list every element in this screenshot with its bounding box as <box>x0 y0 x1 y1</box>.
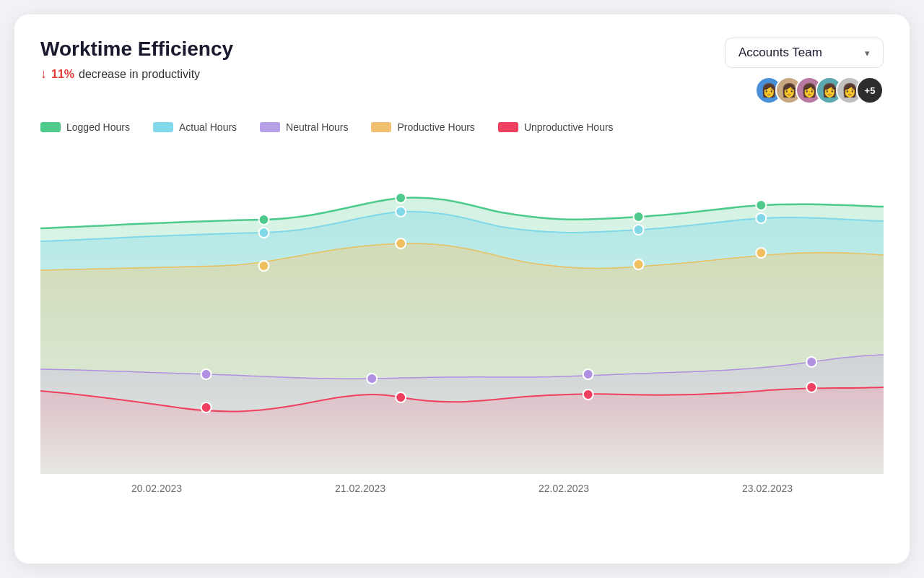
legend-item-4: Unproductive Hours <box>498 121 614 133</box>
actual-dot-3 <box>634 225 644 235</box>
neutral-dot-3 <box>583 369 593 379</box>
legend-color-4 <box>498 122 518 132</box>
x-label-2: 22.02.2023 <box>539 483 589 494</box>
legend-label-0: Logged Hours <box>66 121 130 133</box>
legend-color-3 <box>371 122 391 132</box>
right-controls: Accounts Team ▾ 👩👩👩👩👩+5 <box>725 38 884 104</box>
logged-dot-2 <box>396 193 406 203</box>
chevron-down-icon: ▾ <box>865 48 870 59</box>
avatar-more: +5 <box>856 77 884 104</box>
x-axis-labels: 20.02.202321.02.202322.02.202323.02.2023 <box>40 483 884 494</box>
x-label-3: 23.02.2023 <box>742 483 793 494</box>
avatar-group: 👩👩👩👩👩+5 <box>755 77 884 104</box>
chart-svg <box>40 142 884 474</box>
productivity-label: decrease in productivity <box>79 68 200 81</box>
productivity-badge: ↓ 11% decrease in productivity <box>40 66 233 82</box>
unproductive-dot-3 <box>583 389 593 400</box>
legend-label-3: Productive Hours <box>397 121 474 133</box>
legend-item-1: Actual Hours <box>153 121 237 133</box>
legend-item-2: Neutral Hours <box>260 121 348 133</box>
neutral-dot-4 <box>806 357 816 367</box>
header-row: Worktime Efficiency ↓ 11% decrease in pr… <box>40 38 884 104</box>
legend-color-1 <box>153 122 173 132</box>
neutral-dot-2 <box>367 374 377 384</box>
legend-item-0: Logged Hours <box>40 121 130 133</box>
team-dropdown-label: Accounts Team <box>738 46 822 60</box>
productivity-percentage: 11% <box>51 68 74 81</box>
productive-dot-4 <box>756 248 766 258</box>
logged-dot-1 <box>258 215 269 225</box>
unproductive-dot-4 <box>806 382 816 392</box>
legend-label-2: Neutral Hours <box>286 121 348 133</box>
legend-item-3: Productive Hours <box>371 121 474 133</box>
team-dropdown[interactable]: Accounts Team ▾ <box>725 38 884 68</box>
title-block: Worktime Efficiency ↓ 11% decrease in pr… <box>40 38 233 82</box>
legend-label-4: Unproductive Hours <box>524 121 614 133</box>
logged-dot-3 <box>634 212 644 222</box>
legend-color-0 <box>40 122 61 132</box>
productive-dot-1 <box>258 261 269 271</box>
legend-row: Logged HoursActual HoursNeutral HoursPro… <box>40 121 884 133</box>
productive-dot-3 <box>634 259 644 269</box>
chart-title: Worktime Efficiency <box>40 38 233 61</box>
x-label-1: 21.02.2023 <box>335 483 385 494</box>
worktime-efficiency-card: Worktime Efficiency ↓ 11% decrease in pr… <box>14 14 910 564</box>
decrease-arrow-icon: ↓ <box>40 66 47 82</box>
legend-label-1: Actual Hours <box>179 121 237 133</box>
actual-dot-4 <box>756 213 766 223</box>
chart-area <box>40 142 884 474</box>
actual-dot-2 <box>396 207 406 217</box>
logged-dot-4 <box>756 200 766 210</box>
x-label-0: 20.02.2023 <box>131 483 182 494</box>
unproductive-dot-1 <box>201 402 212 413</box>
productive-dot-2 <box>396 238 406 249</box>
neutral-dot-1 <box>201 369 212 379</box>
actual-dot-1 <box>258 228 269 238</box>
unproductive-dot-2 <box>396 392 406 402</box>
legend-color-2 <box>260 122 280 132</box>
